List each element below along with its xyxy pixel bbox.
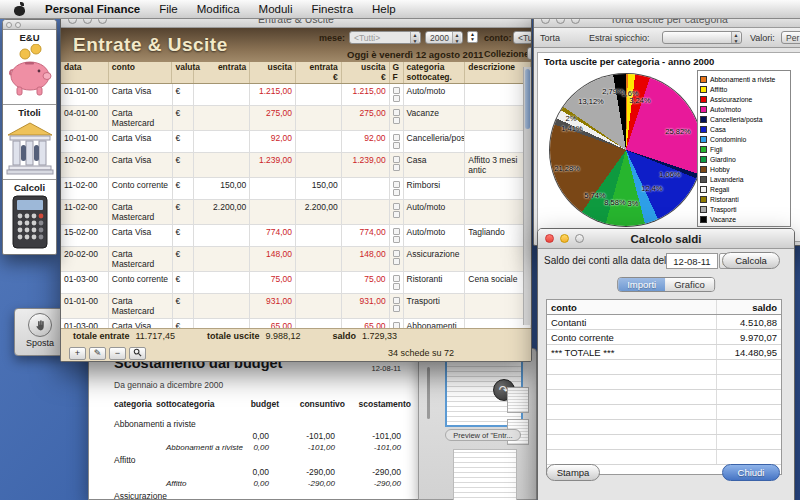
legend-item: Trasporti — [700, 204, 788, 214]
cell-uscita_eur — [342, 200, 390, 224]
transaction-row[interactable]: 10-01-00Carta Visa€92,0092,00Cancelleria… — [61, 131, 531, 153]
cell-entrata_eur — [296, 153, 342, 177]
saldi-empty-row — [547, 435, 781, 450]
valori-popup[interactable]: Per — [781, 31, 800, 44]
search-button[interactable] — [129, 347, 146, 360]
document-thumbnail-2[interactable] — [453, 449, 517, 500]
budget-col-scostamento: scostamento — [341, 399, 411, 409]
column-header-valuta[interactable]: valuta — [172, 62, 194, 83]
transaction-row[interactable]: 04-01-00Carta Mastercard€275,00275,00Vac… — [61, 106, 531, 131]
mese-popup[interactable]: <Tutti>▲▼ — [349, 31, 421, 44]
column-header-entrata[interactable]: entrata — [194, 62, 250, 83]
edit-record-button[interactable]: ✎ — [89, 347, 106, 360]
zoom-button[interactable] — [15, 22, 21, 28]
transaction-row[interactable]: 11-02-00Carta Mastercard€2.200,002.200,0… — [61, 200, 531, 225]
cell-data: 01-03-00 — [61, 319, 109, 328]
apple-menu-icon[interactable] — [14, 3, 26, 16]
column-header-G[interactable]: GF — [390, 62, 404, 83]
pie-slice-label: 21,28% — [554, 164, 579, 173]
totale-uscite-value: 9.988,12 — [265, 331, 300, 341]
anno-popup[interactable]: 2000▲▼ — [425, 31, 463, 44]
chiudi-button[interactable]: Chiudi — [722, 464, 780, 481]
modules-palette: E&U Titoli Calcoli — [2, 19, 57, 255]
calcola-button[interactable]: Calcola — [722, 252, 780, 269]
palette-item-eu[interactable]: E&U — [3, 30, 56, 105]
palette-titlebar[interactable] — [3, 20, 56, 30]
preview-scroll-line[interactable] — [427, 367, 430, 419]
cell-conto: Carta Visa — [109, 131, 173, 152]
transaction-row[interactable]: 15-02-00Carta Visa€774,00774,00Auto/moto… — [61, 225, 531, 247]
saldi-row[interactable]: *** TOTALE ***14.480,95 — [547, 345, 781, 360]
budget-col-budget: budget — [209, 399, 279, 409]
saldi-row[interactable]: Conto corrente9.970,07 — [547, 330, 781, 345]
transaction-row[interactable]: 01-01-00Carta Visa€1.215,001.215,00Auto/… — [61, 84, 531, 106]
saldi-empty-row — [547, 390, 781, 405]
cell-data: 10-01-00 — [61, 131, 109, 152]
add-record-button[interactable]: + — [69, 347, 86, 360]
transaction-row[interactable]: 01-03-00Conto corrente€75,0075,00Ristora… — [61, 272, 531, 294]
cell-uscita_eur: 931,00 — [342, 294, 390, 318]
mini-page-icon[interactable] — [507, 387, 529, 413]
menu-file[interactable]: File — [159, 3, 178, 15]
menu-finestra[interactable]: Finestra — [311, 3, 353, 15]
menu-personal-finance[interactable]: Personal Finance — [45, 3, 140, 15]
column-header-uscita[interactable]: uscita — [250, 62, 296, 83]
palette-item-titoli[interactable]: Titoli — [3, 105, 56, 180]
menu-help[interactable]: Help — [372, 3, 396, 15]
eu-scrollbar[interactable] — [523, 67, 531, 325]
zoom-button[interactable] — [575, 234, 584, 243]
cell-categoria: Casa — [404, 153, 466, 177]
cell-entrata — [194, 272, 250, 293]
cell-uscita_eur: 1.215,00 — [342, 84, 390, 105]
budget-report-subtitle: Da gennaio a dicembre 2000 — [114, 380, 223, 390]
today-text: Oggi è venerdì 12 agosto 2011 — [347, 49, 483, 60]
legend-item: Cancelleria/posta — [700, 114, 788, 124]
cell-uscita_eur: 75,00 — [342, 272, 390, 293]
stampa-button[interactable]: Stampa — [546, 464, 600, 481]
piggy-bank-icon — [7, 44, 53, 100]
hand-icon — [34, 319, 47, 332]
pie-chart[interactable]: 1,6%3,24%25,82%1,06%12,4%3%8,58%5,74%21,… — [550, 74, 702, 226]
move-hand-button[interactable] — [28, 313, 52, 337]
column-header-descrizione[interactable]: descrizione — [465, 62, 531, 83]
column-header-entrata[interactable]: entrata€ — [296, 62, 342, 83]
estrai-spicchio-popup[interactable]: ▲▼ — [662, 31, 742, 44]
tab-importi[interactable]: Importi — [618, 278, 665, 291]
saldi-empty-row — [547, 420, 781, 435]
close-button[interactable] — [6, 22, 12, 28]
column-header-data[interactable]: data — [61, 62, 109, 83]
transaction-row[interactable]: 20-02-00Carta Mastercard€148,00148,00Ass… — [61, 247, 531, 272]
transaction-row[interactable]: 10-02-00Carta Visa€1.239,001.239,00CasaA… — [61, 153, 531, 178]
cell-data: 20-02-00 — [61, 247, 109, 271]
conto-popup[interactable]: <Tu — [513, 31, 532, 44]
menu-moduli[interactable]: Moduli — [259, 3, 293, 15]
cell-categoria: Vacanze — [404, 106, 466, 130]
cell-data: 01-03-00 — [61, 272, 109, 293]
column-header-conto[interactable]: conto — [109, 62, 173, 83]
column-header-categoria[interactable]: categoriasottocateg. — [404, 62, 466, 83]
pie-slice-label: 2,79% — [602, 87, 623, 96]
cell-conto: Carta Mastercard — [109, 200, 173, 224]
remove-record-button[interactable]: − — [109, 347, 126, 360]
valori-label: Valori: — [750, 33, 775, 43]
palette-item-calcoli[interactable]: Calcoli — [3, 180, 56, 255]
close-button[interactable] — [545, 234, 554, 243]
collezione-popup[interactable]: < — [527, 47, 532, 60]
cell-descrizione — [465, 294, 531, 318]
transaction-row[interactable]: 01-01-00Carta Mastercard€931,00931,00Tra… — [61, 294, 531, 319]
minimize-button[interactable] — [560, 234, 569, 243]
transaction-row[interactable]: 11-02-00Conto corrente€150,00150,00Rimbo… — [61, 178, 531, 200]
bank-icon — [6, 119, 54, 175]
legend-item: Affitto — [700, 84, 788, 94]
column-header-uscita[interactable]: uscita€ — [342, 62, 390, 83]
transaction-row[interactable]: 01-03-00Carta Visa€65,0065,00Abbonamenti… — [61, 319, 531, 328]
date-input[interactable]: 12-08-11 — [666, 253, 718, 269]
menu-modifica[interactable]: Modifica — [197, 3, 240, 15]
cell-entrata_eur: 2.200,00 — [296, 200, 342, 224]
saldi-row[interactable]: Contanti4.510,88 — [547, 315, 781, 330]
calcolo-saldi-window: Calcolo saldi Saldo dei conti alla data … — [537, 228, 795, 500]
g-f-checkboxes — [390, 247, 404, 271]
anno-stepper[interactable]: ▲▼ — [467, 31, 478, 43]
saldi-titlebar[interactable]: Calcolo saldi — [538, 229, 794, 249]
tab-grafico[interactable]: Grafico — [665, 278, 714, 291]
